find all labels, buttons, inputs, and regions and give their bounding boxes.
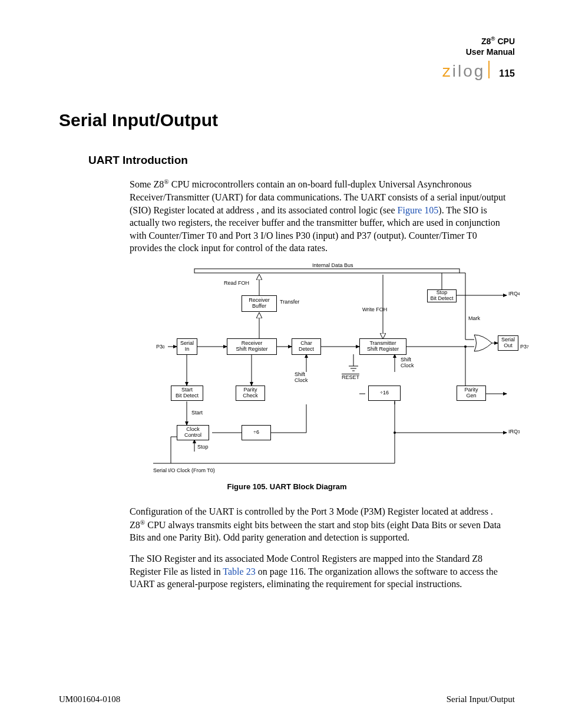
page-header: Z8® CPU User Manual — [59, 35, 515, 57]
label-start: Start — [191, 410, 203, 416]
box-receiver-buffer: ReceiverBuffer — [242, 295, 277, 312]
logo-z: z — [442, 62, 452, 80]
label-shift-clock-1: ShiftClock — [295, 372, 308, 384]
label-sio-clock: Serial I/O Clock (From T0) — [153, 468, 215, 474]
reg-mark: ® — [164, 178, 169, 185]
table-link[interactable]: Table 23 — [223, 566, 255, 577]
svg-point-3 — [464, 345, 467, 348]
label-write-foh: Write FOH — [362, 307, 387, 313]
intro-paragraph-3: The SIO Register and its associated Mode… — [130, 552, 509, 591]
label-internal-bus: Internal Data Bus — [312, 263, 353, 269]
box-serial-out: SerialOut — [498, 335, 518, 351]
footer-section: Serial Input/Output — [447, 694, 515, 704]
product-name: Z8 — [481, 37, 491, 46]
page-footer: UM001604-0108 Serial Input/Output — [59, 694, 515, 704]
zilog-logo: zilog — [442, 62, 485, 81]
uart-block-diagram: Internal Data Bus Read FOH ReceiverBuffe… — [135, 263, 518, 475]
intro-paragraph-2: Configuration of the UART is controlled … — [130, 505, 509, 544]
box-start-bit-detect: StartBit Detect — [171, 386, 203, 401]
reg-mark: ® — [140, 519, 146, 526]
section-heading: UART Introduction — [88, 154, 515, 167]
intro-paragraph-1: Some Z8® CPU microcontrollers contain an… — [130, 177, 509, 255]
label-reset: RESET — [342, 375, 359, 381]
label-p30: P30 — [156, 344, 165, 350]
figure-caption: Figure 105. UART Block Diagram — [59, 482, 515, 491]
diagram-wires — [135, 263, 518, 475]
footer-doc-id: UM001604-0108 — [59, 694, 120, 704]
label-stop: Stop — [197, 444, 209, 450]
label-read-foh: Read FOH — [224, 281, 249, 286]
logo-row: zilog 115 — [59, 62, 515, 81]
label-p37: P37 — [520, 344, 529, 350]
reg-mark: ® — [491, 35, 495, 42]
label-mark: Mark — [468, 316, 480, 322]
label-irq4: IRQ4 — [508, 291, 520, 297]
label-irq3: IRQ3 — [508, 429, 520, 435]
box-parity-gen: ParityGen — [457, 386, 486, 401]
label-transfer: Transfer — [280, 299, 299, 305]
page-title: Serial Input/Output — [59, 110, 515, 130]
figure-link[interactable]: Figure 105 — [398, 205, 439, 215]
box-transmitter-shift: TransmitterShift Register — [359, 338, 406, 355]
box-parity-check: ParityCheck — [236, 386, 265, 401]
svg-rect-0 — [194, 269, 459, 273]
box-div16: ÷16 — [368, 386, 401, 401]
box-char-detect: CharDetect — [292, 338, 321, 355]
svg-point-4 — [394, 431, 396, 434]
text: Some Z8 — [130, 179, 164, 189]
label-shift-clock-2: ShiftClock — [401, 357, 414, 369]
box-clock-control: ClockControl — [177, 425, 209, 440]
text: CPU always transmits eight bits between … — [130, 520, 501, 543]
box-stop-bit-detect: StopBit Detect — [427, 289, 457, 302]
box-receiver-shift: ReceiverShift Register — [227, 338, 277, 355]
box-serial-in: SerialIn — [177, 338, 197, 355]
cpu-label: CPU — [497, 37, 515, 46]
manual-label: User Manual — [466, 47, 515, 57]
logo-rest: ilog — [452, 62, 485, 80]
page-number: 115 — [499, 68, 515, 79]
header-title: Z8® CPU User Manual — [59, 35, 515, 57]
box-div6: ÷6 — [242, 425, 271, 440]
